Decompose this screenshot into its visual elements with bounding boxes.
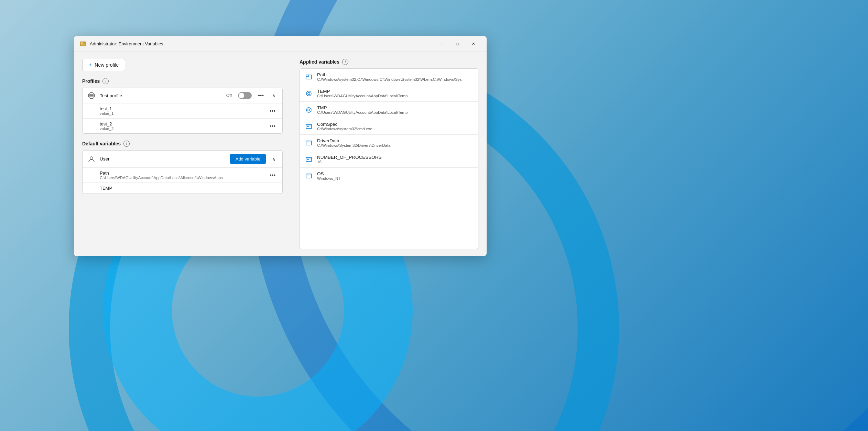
user-row: User Add variable ∧ xyxy=(83,151,282,168)
applied-tmp-icon xyxy=(305,106,313,114)
default-variables-title: Default variables xyxy=(82,141,121,146)
applied-comspec-name: ComSpec xyxy=(317,122,473,127)
default-path-row: Path C:\Users\WDAGUtilityAccount\AppData… xyxy=(83,168,282,183)
profile-more-button[interactable]: ••• xyxy=(256,92,266,99)
applied-driverdata-value: C:\Windows\System32\Drivers\DriverData xyxy=(317,143,468,147)
default-path-value: C:\Users\WDAGUtilityAccount\AppData\Loca… xyxy=(100,176,263,180)
default-path-name: Path xyxy=(100,170,263,176)
svg-rect-3 xyxy=(81,45,84,45)
svg-point-13 xyxy=(306,108,311,112)
applied-temp-name: TEMP xyxy=(317,89,473,94)
default-variables-list: User Add variable ∧ Path C:\Users\WDAGUt… xyxy=(82,150,283,194)
window-icon xyxy=(79,41,86,47)
applied-item-driverdata: DriverData C:\Windows\System32\Drivers\D… xyxy=(300,135,478,151)
applied-variables-title: Applied variables xyxy=(300,59,339,65)
applied-driverdata-name: DriverData xyxy=(317,138,473,143)
applied-os-value: Windows_NT xyxy=(317,176,468,180)
sub-item-2-value: value_2 xyxy=(100,126,263,131)
default-temp-name: TEMP xyxy=(100,186,278,191)
add-variable-button[interactable]: Add variable xyxy=(230,154,266,164)
applied-item-tmp: TMP C:\Users\WDAGUtilityAccount\AppData\… xyxy=(300,102,478,118)
profiles-title: Profiles xyxy=(82,78,100,84)
profiles-section-header: Profiles i xyxy=(82,78,283,84)
svg-rect-17 xyxy=(306,124,312,126)
svg-rect-23 xyxy=(306,157,312,159)
right-panel: Applied variables i Path xyxy=(300,59,478,249)
applied-driverdata-icon xyxy=(305,139,313,147)
applied-comspec-icon xyxy=(305,122,313,131)
applied-os-icon xyxy=(305,172,313,180)
profile-icon xyxy=(87,91,96,100)
sub-item-2-more-button[interactable]: ••• xyxy=(268,122,278,130)
toggle-off-label: Off xyxy=(226,93,232,98)
svg-point-8 xyxy=(90,157,93,159)
toggle-knob xyxy=(239,93,244,98)
applied-os-info: OS Windows_NT xyxy=(317,171,473,180)
svg-rect-1 xyxy=(81,42,83,44)
main-window: Administrator: Environment Variables ─ □… xyxy=(74,36,487,256)
svg-rect-26 xyxy=(306,174,312,175)
applied-item-os: OS Windows_NT xyxy=(300,168,478,184)
profile-row-test: Test profile Off ••• ∧ xyxy=(83,88,282,103)
panel-divider xyxy=(291,59,291,249)
applied-tmp-value: C:\Users\WDAGUtilityAccount\AppData\Loca… xyxy=(317,110,468,114)
svg-point-12 xyxy=(308,92,310,95)
sub-item-1-more-button[interactable]: ••• xyxy=(268,107,278,115)
applied-comspec-value: C:\Windows\system32\cmd.exe xyxy=(317,127,468,131)
applied-path-value: C:\Windows\system32;C:\Windows;C:\Window… xyxy=(317,77,468,81)
applied-path-info: Path C:\Windows\system32;C:\Windows;C:\W… xyxy=(317,72,473,81)
profile-toggle[interactable] xyxy=(238,92,252,99)
applied-item-temp: TEMP C:\Users\WDAGUtilityAccount\AppData… xyxy=(300,85,478,102)
sub-item-2-name: test_2 xyxy=(100,121,263,126)
applied-temp-info: TEMP C:\Users\WDAGUtilityAccount\AppData… xyxy=(317,89,473,98)
window-content: + New profile Profiles i xyxy=(74,52,487,256)
applied-processors-icon xyxy=(305,155,313,164)
svg-rect-0 xyxy=(80,42,86,46)
user-label: User xyxy=(100,156,226,162)
default-temp-info: TEMP xyxy=(100,186,278,191)
applied-tmp-info: TMP C:\Users\WDAGUtilityAccount\AppData\… xyxy=(317,105,473,114)
profile-name: Test profile xyxy=(100,93,222,98)
applied-processors-name: NUMBER_OF_PROCESSORS xyxy=(317,155,473,160)
applied-os-name: OS xyxy=(317,171,473,176)
svg-point-14 xyxy=(308,109,310,111)
minimize-button[interactable]: ─ xyxy=(434,38,449,49)
applied-path-name: Path xyxy=(317,72,473,77)
applied-item-comspec: ComSpec C:\Windows\system32\cmd.exe xyxy=(300,118,478,135)
plus-icon: + xyxy=(89,62,92,68)
profile-sub-row-1: test_1 value_1 ••• xyxy=(83,103,282,119)
title-bar-text: Administrator: Environment Variables xyxy=(90,41,434,46)
sub-item-1-value: value_1 xyxy=(100,111,263,115)
title-bar: Administrator: Environment Variables ─ □… xyxy=(74,36,487,52)
applied-processors-value: 16 xyxy=(317,160,468,164)
applied-variables-list: Path C:\Windows\system32;C:\Windows;C:\W… xyxy=(300,68,478,249)
svg-rect-2 xyxy=(81,44,85,45)
profiles-list: Test profile Off ••• ∧ test_1 value_1 ••… xyxy=(82,88,283,134)
sub-item-2-info: test_2 value_2 xyxy=(100,121,263,131)
default-temp-row: TEMP xyxy=(83,183,282,194)
window-controls: ─ □ ✕ xyxy=(434,38,481,49)
applied-temp-icon xyxy=(305,89,313,98)
applied-comspec-info: ComSpec C:\Windows\system32\cmd.exe xyxy=(317,122,473,131)
profiles-info-icon[interactable]: i xyxy=(102,78,109,84)
applied-variables-info-icon[interactable]: i xyxy=(342,59,348,65)
applied-processors-info: NUMBER_OF_PROCESSORS 16 xyxy=(317,155,473,164)
maximize-button[interactable]: □ xyxy=(449,38,465,49)
new-profile-button[interactable]: + New profile xyxy=(82,59,125,71)
user-collapse-button[interactable]: ∧ xyxy=(270,156,278,162)
svg-point-11 xyxy=(306,91,311,96)
applied-item-path: Path C:\Windows\system32;C:\Windows;C:\W… xyxy=(300,69,478,85)
applied-tmp-name: TMP xyxy=(317,105,473,110)
applied-variables-section-header: Applied variables i xyxy=(300,59,478,65)
sub-item-1-info: test_1 value_1 xyxy=(100,106,263,115)
default-path-more-button[interactable]: ••• xyxy=(268,172,278,179)
profile-collapse-button[interactable]: ∧ xyxy=(270,92,278,99)
applied-temp-value: C:\Users\WDAGUtilityAccount\AppData\Loca… xyxy=(317,94,468,98)
applied-item-processors: NUMBER_OF_PROCESSORS 16 xyxy=(300,151,478,168)
svg-rect-10 xyxy=(306,75,312,79)
default-variables-info-icon[interactable]: i xyxy=(123,141,130,147)
sub-item-1-name: test_1 xyxy=(100,106,263,111)
user-icon xyxy=(87,155,96,163)
close-button[interactable]: ✕ xyxy=(465,38,481,49)
default-variables-section-header: Default variables i xyxy=(82,141,283,147)
